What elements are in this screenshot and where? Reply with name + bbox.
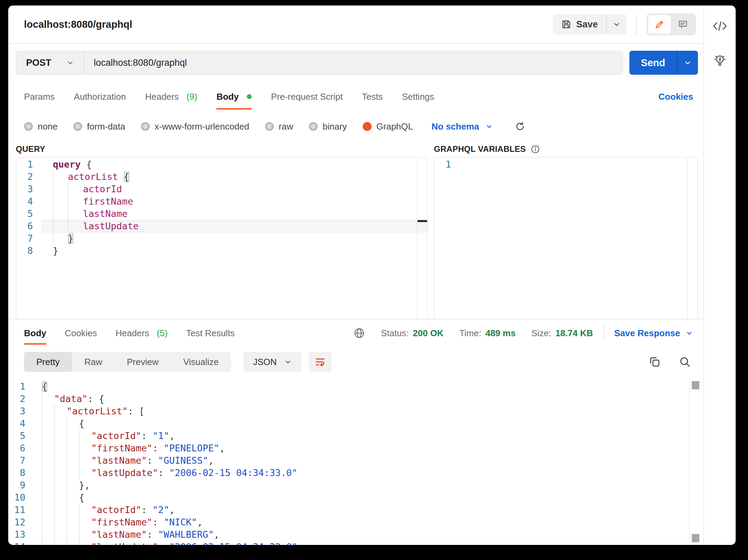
code-token: { (42, 381, 47, 392)
code-line: 14"lastUpdate": "2006-02-15 04:34:33.0" (8, 541, 703, 545)
code-line: 6lastUpdate (16, 220, 427, 232)
response-tab-headers[interactable]: Headers(5) (116, 319, 168, 347)
body-type-binary-radio[interactable]: binary (309, 121, 347, 132)
body-type-form-data-radio[interactable]: form-data (73, 121, 125, 132)
cookies-link[interactable]: Cookies (659, 92, 693, 102)
wrap-lines-button[interactable] (309, 352, 331, 372)
code-line: 13"lastName": "WAHLBERG", (8, 528, 703, 541)
edit-mode-button[interactable] (648, 15, 671, 34)
indent-guide (54, 430, 67, 442)
graphql-editors: QUERY 1query {2actorList {3actorId4first… (8, 141, 703, 319)
code-line: 6"firstName": "PENELOPE", (8, 442, 703, 454)
send-button[interactable]: Send (629, 51, 677, 75)
body-type-graphql-radio[interactable]: GraphQL (363, 121, 413, 132)
format-dropdown[interactable]: JSON (243, 352, 301, 372)
code-token: : (147, 455, 158, 466)
response-scrollbar-thumb-bottom[interactable] (692, 534, 699, 542)
search-response-button[interactable] (679, 356, 691, 368)
variables-editor-scrollbar[interactable] (687, 158, 697, 319)
tab-authorization[interactable]: Authorization (74, 82, 126, 112)
request-title: localhost:8080/graphql (24, 19, 132, 30)
indent-guide (42, 405, 54, 417)
line-number: 8 (8, 467, 34, 479)
response-body-viewer[interactable]: 1{2"data": {3"actorList": [4{5"actorId":… (8, 377, 703, 545)
save-button[interactable]: Save (553, 14, 606, 34)
tab-pre-request-script[interactable]: Pre-request Script (271, 82, 343, 112)
indent-guide (42, 491, 54, 504)
tab-body[interactable]: Body (216, 82, 252, 112)
code-snippet-button[interactable] (712, 19, 727, 33)
code-token: "PENELOPE" (164, 443, 219, 453)
request-url-row: POST localhost:8080/graphql Send (8, 44, 703, 82)
indent-guide (79, 442, 91, 454)
tab-tests[interactable]: Tests (362, 82, 383, 112)
code-token: "data" (54, 393, 88, 404)
code-token: } (68, 233, 73, 244)
save-response-dropdown[interactable]: Save Response (614, 328, 693, 339)
radio-icon (24, 122, 33, 131)
view-raw[interactable]: Raw (72, 352, 114, 372)
radio-icon (265, 122, 274, 131)
send-options-button[interactable] (677, 51, 698, 75)
query-editor[interactable]: 1query {2actorList {3actorId4firstName5l… (16, 157, 428, 319)
tab-settings[interactable]: Settings (402, 82, 434, 112)
indent-guide (79, 541, 91, 545)
view-preview[interactable]: Preview (114, 352, 171, 372)
body-type-raw-radio[interactable]: raw (265, 121, 293, 132)
code-line: 12"firstName": "NICK", (8, 516, 703, 528)
code-line-content: "actorList": [ (34, 405, 703, 417)
indent-guide (67, 479, 79, 491)
code-token: actorList (68, 171, 118, 182)
variables-editor[interactable]: 1 (434, 157, 698, 319)
response-tab-test-results[interactable]: Test Results (186, 319, 235, 347)
query-editor-scrollbar[interactable] (417, 158, 427, 319)
method-select[interactable]: POST (16, 51, 84, 74)
line-number: 14 (8, 541, 34, 545)
indent-guide (54, 417, 67, 430)
response-headers-count-badge: (5) (157, 328, 168, 339)
body-type-none-radio[interactable]: none (24, 121, 58, 132)
view-pretty[interactable]: Pretty (24, 352, 72, 372)
indent-guide (42, 541, 54, 545)
variables-code: 1 (435, 158, 697, 171)
schema-dropdown[interactable]: No schema (432, 121, 493, 132)
code-token: { (124, 171, 129, 182)
indent-guide (79, 430, 91, 442)
variables-section: GRAPHQL VARIABLES 1 (434, 141, 698, 319)
indent-guide (53, 171, 68, 183)
copy-icon (649, 356, 661, 368)
tab-headers[interactable]: Headers(9) (145, 82, 197, 112)
lightbulb-button[interactable] (712, 53, 727, 68)
indent-guide (54, 479, 67, 491)
code-line: 7"lastName": "GUINESS", (8, 454, 703, 467)
save-options-button[interactable] (606, 14, 627, 34)
comment-button[interactable] (672, 15, 694, 34)
search-icon (679, 356, 691, 368)
code-token: lastName (83, 208, 128, 219)
chevron-down-icon (613, 20, 621, 28)
response-tab-cookies[interactable]: Cookies (65, 319, 97, 347)
response-scrollbar-thumb[interactable] (692, 381, 699, 389)
indent-guide (42, 430, 54, 442)
code-line-content: lastName (41, 208, 427, 220)
url-input[interactable]: localhost:8080/graphql (84, 58, 187, 68)
pencil-icon (654, 19, 665, 30)
refresh-schema-button[interactable] (515, 121, 525, 132)
view-visualize[interactable]: Visualize (171, 352, 231, 372)
chevron-down-icon (485, 123, 493, 130)
line-number: 7 (8, 454, 34, 467)
code-line-content: query { (41, 158, 427, 171)
code-token: "1" (153, 430, 169, 441)
copy-response-button[interactable] (649, 356, 661, 368)
response-tab-body[interactable]: Body (24, 319, 46, 347)
code-line: 10{ (8, 491, 703, 504)
tab-params[interactable]: Params (24, 82, 55, 112)
code-icon (712, 19, 727, 33)
code-token: query (53, 159, 81, 170)
app-window: localhost:8080/graphql Save (8, 5, 736, 545)
right-sidebar (703, 5, 736, 545)
body-type-urlencoded-radio[interactable]: x-www-form-urlencoded (141, 121, 249, 132)
response-toolbar: Pretty Raw Preview Visualize JSON (8, 347, 703, 377)
line-number: 7 (16, 232, 41, 245)
query-code: 1query {2actorList {3actorId4firstName5l… (16, 158, 427, 257)
